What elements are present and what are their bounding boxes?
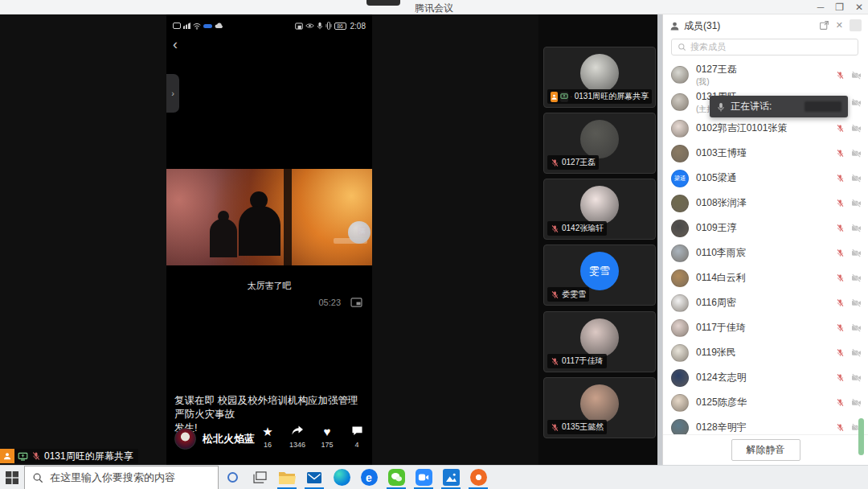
signal-icon: [183, 23, 190, 29]
members-icon: [669, 21, 680, 31]
taskbar-app-edge[interactable]: [328, 466, 355, 489]
taskbar-app-snip[interactable]: [465, 466, 492, 489]
member-row[interactable]: 0108张润泽: [671, 191, 862, 216]
windows-logo-icon: [6, 471, 18, 484]
mic-muted-icon: [836, 423, 845, 432]
camera-muted-icon: [851, 398, 862, 407]
taskbar-app-mail[interactable]: [301, 466, 328, 489]
mic-muted-icon: [571, 92, 572, 101]
screen-share-icon: [560, 92, 568, 102]
member-name: 0125陈彦华: [696, 396, 747, 409]
search-icon: [678, 43, 686, 51]
volte-icon: [173, 23, 181, 29]
stat-comment[interactable]: 4: [346, 425, 367, 449]
unmute-button[interactable]: 解除静音: [731, 439, 800, 461]
member-row[interactable]: 0124玄志明: [671, 365, 862, 390]
taskbar-app-explorer[interactable]: [273, 466, 301, 489]
member-row[interactable]: 0116周密: [671, 290, 862, 315]
participant-name: 0131周旺的屏幕共享: [575, 91, 649, 102]
taskbar-app-taskview[interactable]: [246, 466, 273, 489]
stat-heart[interactable]: ♥175: [317, 425, 338, 449]
camera-muted-icon: [851, 124, 862, 133]
member-row[interactable]: 0110李雨宸: [671, 240, 862, 265]
thumbnail-name-label: 0131周旺的屏幕共享: [547, 89, 652, 104]
mail-icon: [306, 471, 322, 485]
close-button[interactable]: ✕: [855, 0, 863, 14]
back-chevron-icon[interactable]: ‹: [173, 37, 178, 51]
taskbar-search-input[interactable]: 在这里输入你要搜索的内容: [24, 466, 219, 489]
fire-video-frame[interactable]: 满: [166, 169, 372, 265]
floating-assist-circle[interactable]: [348, 221, 371, 244]
thumbnail-avatar: [580, 54, 619, 92]
video-timestamp: 05:23: [318, 298, 341, 307]
taskbar-app-cortana[interactable]: [219, 466, 246, 489]
cortana-icon: [227, 472, 238, 483]
mic-muted-icon: [551, 423, 559, 432]
member-row[interactable]: 0125陈彦华: [671, 390, 862, 415]
thumbnail-name-label: 0135王懿然: [547, 420, 607, 434]
member-role: (我): [696, 76, 737, 88]
mic-muted-icon: [836, 298, 845, 307]
member-row[interactable]: 梁通 0105梁通: [671, 166, 862, 191]
taskbar-app-meeting[interactable]: [410, 466, 437, 489]
poster-avatar[interactable]: [174, 428, 196, 450]
member-avatar: [671, 244, 689, 262]
video-thumbnail[interactable]: 0131周旺的屏幕共享: [543, 47, 656, 108]
mic-muted-icon: [836, 273, 845, 282]
member-name: 0128辛明宇: [696, 421, 747, 434]
mic-icon: [317, 22, 323, 30]
member-name: 0105梁通: [696, 171, 737, 185]
stat-star[interactable]: ★16: [257, 425, 278, 449]
camera-muted-icon: [851, 199, 862, 208]
member-name: 0108张润泽: [696, 196, 747, 210]
speaker-names-blur: [805, 101, 841, 112]
stat-share[interactable]: 1346: [287, 425, 308, 449]
silhouette-figure: [210, 219, 237, 257]
eye-icon: [305, 23, 314, 29]
member-avatar: [671, 220, 689, 237]
expand-drawer-tab[interactable]: ›: [166, 74, 179, 113]
taskbar-app-e360[interactable]: e: [355, 466, 383, 489]
video-thumbnail[interactable]: 0117于佳琦: [543, 311, 656, 372]
thumbnail-avatar: [580, 318, 619, 357]
member-row[interactable]: 0117于佳琦: [671, 315, 862, 340]
camera-muted-icon: [851, 348, 862, 357]
panel-more-button[interactable]: [850, 19, 862, 31]
window-titlebar: 腾讯会议 ─ ❐ ✕: [0, 0, 868, 14]
member-row[interactable]: 0119张民: [671, 340, 862, 365]
video-thumbnail[interactable]: 0135王懿然: [543, 377, 656, 438]
phone-status-right-icons: 86 2:08: [295, 22, 366, 31]
tencent-meeting-icon: [416, 469, 432, 486]
shared-phone-screen: 86 2:08 ‹ › 满: [166, 14, 372, 465]
member-search-input[interactable]: 搜索成员: [671, 39, 858, 55]
taskbar-app-wechat[interactable]: [383, 466, 410, 489]
member-row[interactable]: 0127王磊(我): [671, 61, 862, 88]
participant-name: 0142张瑜轩: [562, 223, 604, 234]
panel-close-icon[interactable]: ✕: [836, 20, 843, 31]
participant-name: 0117于佳琦: [562, 355, 604, 367]
member-row[interactable]: 0114白云利: [671, 265, 862, 290]
video-thumbnail[interactable]: 0142张瑜轩: [543, 179, 656, 240]
pip-icon[interactable]: [350, 298, 362, 307]
member-row[interactable]: 0103王博瑾: [671, 141, 862, 166]
member-name: 0119张民: [696, 346, 736, 360]
mic-muted-icon: [836, 373, 845, 382]
minimize-button[interactable]: ─: [817, 0, 825, 14]
video-thumbnail[interactable]: 雯雪娄雯雪: [543, 244, 656, 306]
start-button[interactable]: [0, 466, 24, 489]
taskbar-app-photos[interactable]: [437, 466, 465, 489]
comment-icon: [346, 425, 367, 439]
panel-scrollbar-thumb[interactable]: [858, 418, 864, 455]
member-avatar: [671, 195, 689, 212]
maximize-button[interactable]: ❐: [835, 0, 844, 14]
member-row[interactable]: 0102郭吉江0101张策: [671, 116, 862, 141]
doorframe-shape: [284, 169, 292, 265]
wifi-icon: [193, 23, 201, 30]
poster-name[interactable]: 松北火焰蓝: [203, 432, 255, 446]
member-row[interactable]: 0109王淳: [671, 216, 862, 240]
engagement-stats: ★161346♥1754: [257, 425, 367, 449]
popout-icon[interactable]: [819, 20, 829, 31]
video-thumbnail[interactable]: 0127王磊: [543, 113, 656, 174]
phone-status-left-icons: [173, 23, 223, 30]
members-panel-title: 成员(31): [684, 19, 720, 33]
